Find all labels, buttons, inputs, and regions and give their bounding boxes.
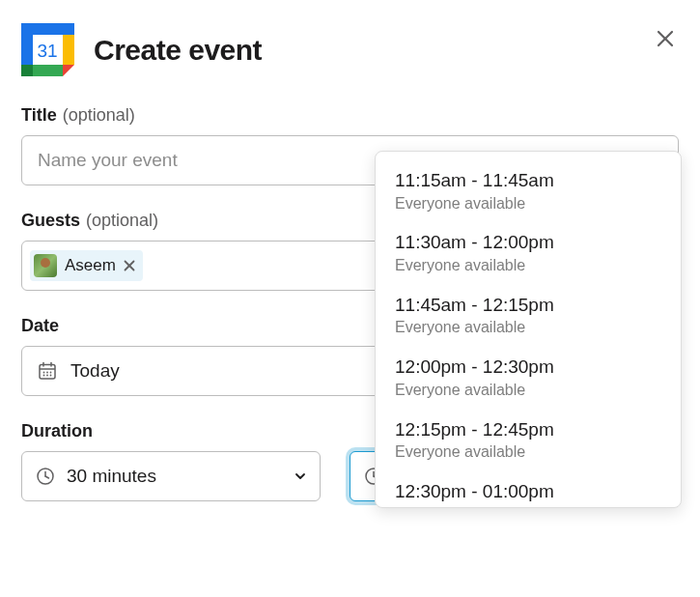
title-label: Title (optional) xyxy=(21,105,679,126)
dialog-header: 31 Create event xyxy=(21,23,679,76)
title-label-text: Title xyxy=(21,105,57,126)
time-option-sub: Everyone available xyxy=(395,442,661,463)
calendar-icon xyxy=(38,361,57,381)
google-calendar-icon: 31 xyxy=(21,23,74,76)
svg-rect-3 xyxy=(21,65,33,76)
avatar xyxy=(34,254,57,277)
time-option[interactable]: 11:45am - 12:15pm Everyone available xyxy=(376,286,681,348)
time-option[interactable]: 12:30pm - 01:00pm xyxy=(376,472,681,507)
time-option-range: 11:45am - 12:15pm xyxy=(395,293,661,319)
svg-rect-1 xyxy=(21,35,33,65)
svg-point-19 xyxy=(43,375,45,377)
time-option-sub: Everyone available xyxy=(395,194,661,214)
title-optional-text: (optional) xyxy=(63,105,135,126)
guests-optional-text: (optional) xyxy=(86,211,158,231)
guests-label-text: Guests xyxy=(21,211,80,231)
time-option-range: 12:15pm - 12:45pm xyxy=(395,417,661,443)
svg-text:31: 31 xyxy=(37,41,57,61)
time-option-sub: Everyone available xyxy=(395,256,661,276)
guest-name: Aseem xyxy=(65,256,116,275)
duration-label-text: Duration xyxy=(21,421,93,441)
duration-select[interactable]: 30 minutes xyxy=(21,451,321,501)
svg-point-17 xyxy=(46,372,48,374)
svg-rect-0 xyxy=(21,23,74,35)
close-icon xyxy=(656,29,675,48)
svg-rect-4 xyxy=(33,65,63,76)
svg-point-18 xyxy=(50,372,52,374)
chevron-down-icon xyxy=(294,466,306,487)
time-option-range: 12:30pm - 01:00pm xyxy=(395,479,661,505)
time-option-sub: Everyone available xyxy=(395,318,661,338)
guest-chip: Aseem xyxy=(30,250,143,281)
time-option[interactable]: 12:00pm - 12:30pm Everyone available xyxy=(376,348,681,410)
time-option[interactable]: 11:15am - 11:45am Everyone available xyxy=(376,161,681,223)
dialog-title: Create event xyxy=(94,34,262,67)
duration-value: 30 minutes xyxy=(67,466,156,487)
time-option[interactable]: 11:30am - 12:00pm Everyone available xyxy=(376,223,681,285)
date-value: Today xyxy=(70,360,120,382)
svg-point-16 xyxy=(43,372,45,374)
time-option[interactable]: 12:15pm - 12:45pm Everyone available xyxy=(376,411,681,472)
svg-rect-2 xyxy=(63,35,74,65)
time-option-range: 11:15am - 11:45am xyxy=(395,168,661,194)
close-icon xyxy=(124,260,135,271)
svg-line-24 xyxy=(45,476,49,478)
svg-point-21 xyxy=(50,375,52,377)
date-label-text: Date xyxy=(21,316,59,336)
time-options-dropdown: 11:15am - 11:45am Everyone available 11:… xyxy=(375,151,682,508)
remove-guest-button[interactable] xyxy=(124,260,135,271)
close-button[interactable] xyxy=(652,25,679,52)
time-option-range: 11:30am - 12:00pm xyxy=(395,230,661,256)
clock-icon xyxy=(36,467,55,486)
svg-marker-5 xyxy=(63,65,74,76)
time-option-range: 12:00pm - 12:30pm xyxy=(395,355,661,381)
svg-point-20 xyxy=(46,375,48,377)
time-option-sub: Everyone available xyxy=(395,381,661,401)
